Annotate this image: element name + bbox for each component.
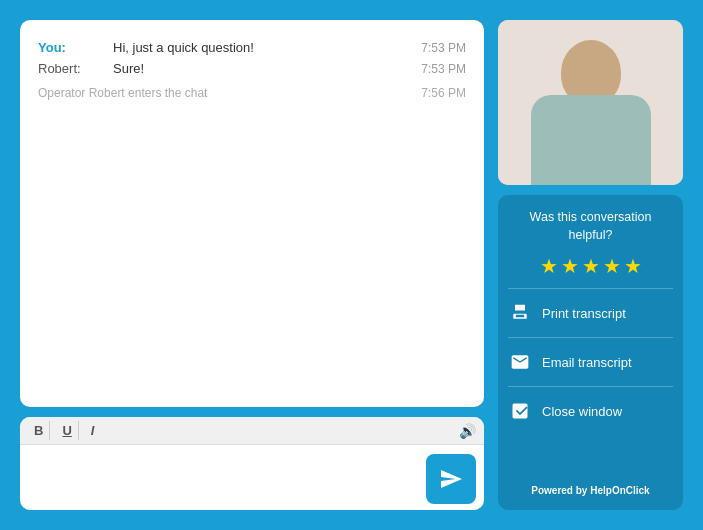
sender-you: You: [38, 40, 113, 55]
volume-icon: 🔊 [459, 423, 476, 439]
system-message-time: 7:56 PM [411, 86, 466, 100]
person-silhouette [498, 20, 683, 185]
divider-1 [508, 288, 673, 289]
email-transcript-row[interactable]: Email transcript [508, 348, 673, 376]
star-4[interactable]: ★ [603, 254, 621, 278]
message-row-2: Robert: Sure! 7:53 PM [38, 61, 466, 76]
email-label: Email transcript [542, 355, 632, 370]
star-3[interactable]: ★ [582, 254, 600, 278]
person-body [531, 95, 651, 185]
print-icon [508, 301, 532, 325]
send-button[interactable] [426, 454, 476, 504]
message-input[interactable] [28, 454, 426, 504]
powered-text: Powered by [531, 485, 587, 496]
powered-by: Powered by HelpOnClick [531, 485, 649, 496]
text-editor-area: B U I 🔊 [20, 417, 484, 510]
message-text-2: Sure! [113, 61, 411, 76]
helpful-question: Was this conversation helpful? [508, 209, 673, 244]
sender-robert: Robert: [38, 61, 113, 76]
left-panel: You: Hi, just a quick question! 7:53 PM … [20, 20, 484, 510]
print-transcript-row[interactable]: Print transcript [508, 299, 673, 327]
powered-brand: HelpOnClick [590, 485, 649, 496]
message-text-1: Hi, just a quick question! [113, 40, 411, 55]
star-5[interactable]: ★ [624, 254, 642, 278]
avatar [498, 20, 683, 185]
divider-2 [508, 337, 673, 338]
message-row-1: You: Hi, just a quick question! 7:53 PM [38, 40, 466, 55]
star-1[interactable]: ★ [540, 254, 558, 278]
email-icon [508, 350, 532, 374]
chat-area: You: Hi, just a quick question! 7:53 PM … [20, 20, 484, 407]
close-icon [508, 399, 532, 423]
text-input-area[interactable] [20, 445, 484, 510]
divider-3 [508, 386, 673, 387]
sidebar-card: Was this conversation helpful? ★ ★ ★ ★ ★… [498, 195, 683, 510]
italic-button[interactable]: I [85, 421, 101, 440]
star-2[interactable]: ★ [561, 254, 579, 278]
send-icon [439, 467, 463, 491]
message-time-2: 7:53 PM [411, 62, 466, 76]
formatting-toolbar: B U I 🔊 [20, 417, 484, 445]
bold-button[interactable]: B [28, 421, 50, 440]
underline-button[interactable]: U [56, 421, 78, 440]
print-label: Print transcript [542, 306, 626, 321]
system-message-text: Operator Robert enters the chat [38, 86, 411, 100]
stars-row: ★ ★ ★ ★ ★ [540, 254, 642, 278]
system-message-row: Operator Robert enters the chat 7:56 PM [38, 86, 466, 100]
right-panel: Was this conversation helpful? ★ ★ ★ ★ ★… [498, 20, 683, 510]
main-layout: You: Hi, just a quick question! 7:53 PM … [0, 0, 703, 530]
close-label: Close window [542, 404, 622, 419]
message-time-1: 7:53 PM [411, 41, 466, 55]
close-window-row[interactable]: Close window [508, 397, 673, 425]
